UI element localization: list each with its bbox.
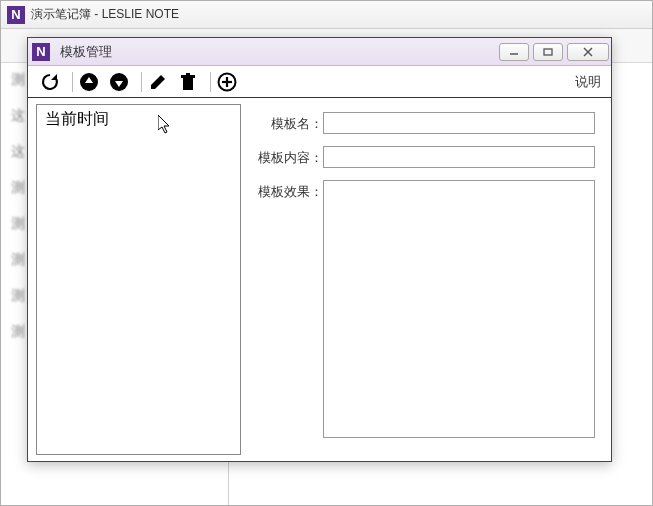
dialog-titlebar[interactable]: N 模板管理 [28,38,611,66]
content-label: 模板内容： [251,146,323,167]
svg-rect-7 [181,75,195,78]
toolbar-separator [210,72,211,92]
window-controls [495,43,609,61]
name-input[interactable] [323,112,595,134]
move-up-button[interactable] [77,70,101,94]
dialog-title: 模板管理 [60,43,112,61]
template-manager-dialog: N 模板管理 [27,37,612,462]
refresh-button[interactable] [38,70,62,94]
parent-titlebar: N 演示笔记簿 - LESLIE NOTE [1,1,652,29]
toolbar-separator [72,72,73,92]
dialog-toolbar: 说明 [28,66,611,98]
dialog-app-icon: N [32,43,50,61]
name-label: 模板名： [251,112,323,133]
svg-rect-6 [183,78,193,90]
effect-label: 模板效果： [251,180,323,201]
toolbar-separator [141,72,142,92]
close-button[interactable] [567,43,609,61]
edit-button[interactable] [146,70,170,94]
minimize-button[interactable] [499,43,529,61]
app-icon: N [7,6,25,24]
add-button[interactable] [215,70,239,94]
list-item[interactable]: 当前时间 [37,105,240,134]
effect-textarea[interactable] [323,180,595,438]
template-list[interactable]: 当前时间 [36,104,241,455]
move-down-button[interactable] [107,70,131,94]
parent-title: 演示笔记簿 - LESLIE NOTE [31,6,179,23]
template-form: 模板名： 模板内容： 模板效果： [241,98,611,461]
svg-rect-8 [186,73,190,75]
content-input[interactable] [323,146,595,168]
delete-button[interactable] [176,70,200,94]
svg-rect-1 [544,49,552,55]
dialog-body: 当前时间 模板名： 模板内容： 模板效果： [28,98,611,461]
maximize-button[interactable] [533,43,563,61]
help-link[interactable]: 说明 [575,73,601,91]
